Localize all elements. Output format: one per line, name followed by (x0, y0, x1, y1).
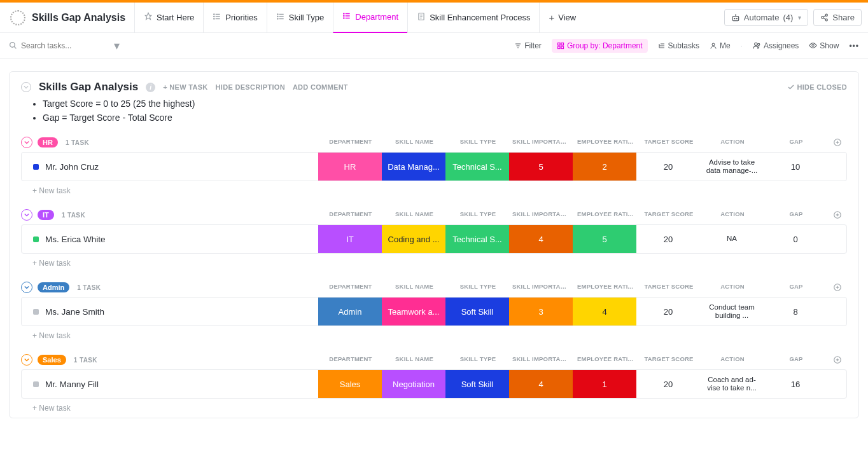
group-pill[interactable]: HR (38, 137, 58, 147)
status-icon[interactable] (33, 164, 39, 170)
data-cell[interactable]: 2 (573, 153, 636, 181)
new-task-button[interactable]: + NEW TASK (163, 83, 207, 91)
data-cell[interactable]: IT (318, 225, 382, 253)
tab-start-here[interactable]: Start Here (134, 3, 203, 33)
data-cell[interactable]: 20 (636, 298, 700, 325)
tab-priorities[interactable]: Priorities (203, 3, 267, 33)
new-task-button[interactable]: + New task (21, 254, 847, 268)
filter-button[interactable]: Filter (514, 41, 542, 50)
group-collapse-button[interactable] (21, 209, 32, 221)
data-cell[interactable]: 4 (573, 298, 636, 325)
task-name-cell[interactable]: Mr. John Cruz (22, 153, 318, 181)
data-cell[interactable]: 20 (636, 153, 700, 181)
automate-button[interactable]: Automate (4) ▾ (724, 9, 809, 26)
data-cell[interactable]: Negotiation (382, 370, 445, 398)
column-header[interactable]: SKILL TYPE (446, 283, 510, 292)
data-cell[interactable]: Soft Skill (445, 370, 509, 398)
data-cell[interactable]: HR (318, 153, 382, 181)
data-cell[interactable]: 5 (573, 225, 636, 253)
column-header[interactable]: DEPARTMENT (319, 283, 382, 292)
column-header[interactable]: EMPLOYEE RATI... (573, 355, 637, 364)
show-button[interactable]: Show (809, 41, 839, 50)
column-header[interactable]: SKILL IMPORTANC... (510, 138, 573, 147)
data-cell[interactable]: Soft Skill (445, 298, 509, 325)
column-header[interactable]: TARGET SCORE (637, 210, 701, 219)
column-header[interactable]: EMPLOYEE RATI... (573, 138, 637, 147)
data-cell[interactable]: 20 (636, 225, 700, 253)
column-header[interactable]: ACTION (701, 138, 764, 147)
group-by-button[interactable]: Group by: Department (552, 39, 648, 53)
column-header[interactable]: EMPLOYEE RATI... (573, 283, 637, 292)
data-cell[interactable]: Coding and ... (382, 225, 445, 253)
task-row[interactable]: Ms. Erica WhiteITCoding and ...Technical… (21, 224, 847, 254)
column-header[interactable]: GAP (764, 355, 828, 364)
add-column-button[interactable] (828, 283, 847, 292)
section-collapse-button[interactable] (21, 82, 31, 92)
data-cell[interactable]: 5 (509, 153, 573, 181)
data-cell[interactable]: 16 (764, 370, 827, 398)
task-name-cell[interactable]: Mr. Manny Fill (22, 370, 318, 398)
tab-skill-enhancement-process[interactable]: Skill Enhancement Process (407, 3, 539, 33)
column-header[interactable]: GAP (764, 138, 828, 147)
column-header[interactable]: ACTION (701, 355, 764, 364)
assignees-button[interactable]: Assignees (753, 41, 799, 50)
data-cell[interactable]: 10 (764, 153, 827, 181)
column-header[interactable]: DEPARTMENT (319, 138, 382, 147)
info-icon[interactable]: i (146, 83, 155, 92)
data-cell[interactable]: Data Manag... (382, 153, 445, 181)
add-column-button[interactable] (828, 210, 847, 219)
share-button[interactable]: Share (813, 9, 862, 26)
hide-closed-button[interactable]: HIDE CLOSED (787, 83, 847, 91)
column-header[interactable]: SKILL NAME (382, 210, 446, 219)
data-cell[interactable]: Coach and ad-vise to take n... (700, 370, 764, 398)
data-cell[interactable]: 20 (636, 370, 700, 398)
column-header[interactable]: DEPARTMENT (319, 210, 382, 219)
add-column-button[interactable] (828, 355, 847, 364)
data-cell[interactable]: Admin (318, 298, 382, 325)
more-button[interactable]: ••• (849, 41, 859, 50)
data-cell[interactable]: 4 (509, 370, 573, 398)
task-row[interactable]: Mr. John CruzHRData Manag...Technical S.… (21, 152, 847, 181)
group-collapse-button[interactable] (21, 282, 32, 293)
column-header[interactable]: TARGET SCORE (637, 283, 701, 292)
column-header[interactable]: EMPLOYEE RATI... (573, 210, 637, 219)
data-cell[interactable]: 0 (764, 225, 827, 253)
status-icon[interactable] (33, 381, 39, 387)
data-cell[interactable]: Advise to take data manage-... (700, 153, 764, 181)
data-cell[interactable]: Conduct team building ... (700, 298, 764, 325)
search-input[interactable] (21, 41, 110, 50)
column-header[interactable]: SKILL IMPORTANC... (510, 283, 573, 292)
column-header[interactable]: SKILL TYPE (446, 355, 510, 364)
column-header[interactable]: SKILL NAME (382, 138, 446, 147)
column-header[interactable]: ACTION (701, 283, 764, 292)
new-task-button[interactable]: + New task (21, 326, 847, 340)
data-cell[interactable]: Technical S... (445, 153, 509, 181)
task-name-cell[interactable]: Ms. Jane Smith (22, 298, 318, 325)
data-cell[interactable]: Sales (318, 370, 382, 398)
data-cell[interactable]: Teamwork a... (382, 298, 445, 325)
column-header[interactable]: SKILL NAME (382, 283, 446, 292)
group-collapse-button[interactable] (21, 137, 32, 148)
add-column-button[interactable] (828, 138, 847, 147)
column-header[interactable]: GAP (764, 283, 828, 292)
column-header[interactable]: ACTION (701, 210, 764, 219)
task-name-cell[interactable]: Ms. Erica White (22, 225, 318, 253)
data-cell[interactable]: 1 (573, 370, 636, 398)
status-icon[interactable] (33, 236, 39, 242)
add-comment-button[interactable]: ADD COMMENT (293, 83, 348, 91)
tab-department[interactable]: Department (333, 3, 407, 33)
column-header[interactable]: DEPARTMENT (319, 355, 382, 364)
column-header[interactable]: SKILL IMPORTANC... (510, 210, 573, 219)
data-cell[interactable]: 3 (509, 298, 573, 325)
new-task-button[interactable]: + New task (21, 399, 847, 413)
data-cell[interactable]: Technical S... (445, 225, 509, 253)
task-row[interactable]: Mr. Manny FillSalesNegotiationSoft Skill… (21, 369, 847, 399)
column-header[interactable]: TARGET SCORE (637, 355, 701, 364)
status-icon[interactable] (33, 309, 39, 315)
hide-description-button[interactable]: HIDE DESCRIPTION (216, 83, 285, 91)
column-header[interactable]: SKILL TYPE (446, 138, 510, 147)
data-cell[interactable]: NA (700, 225, 764, 253)
me-button[interactable]: Me (710, 41, 731, 50)
new-task-button[interactable]: + New task (21, 181, 847, 195)
column-header[interactable]: TARGET SCORE (637, 138, 701, 147)
